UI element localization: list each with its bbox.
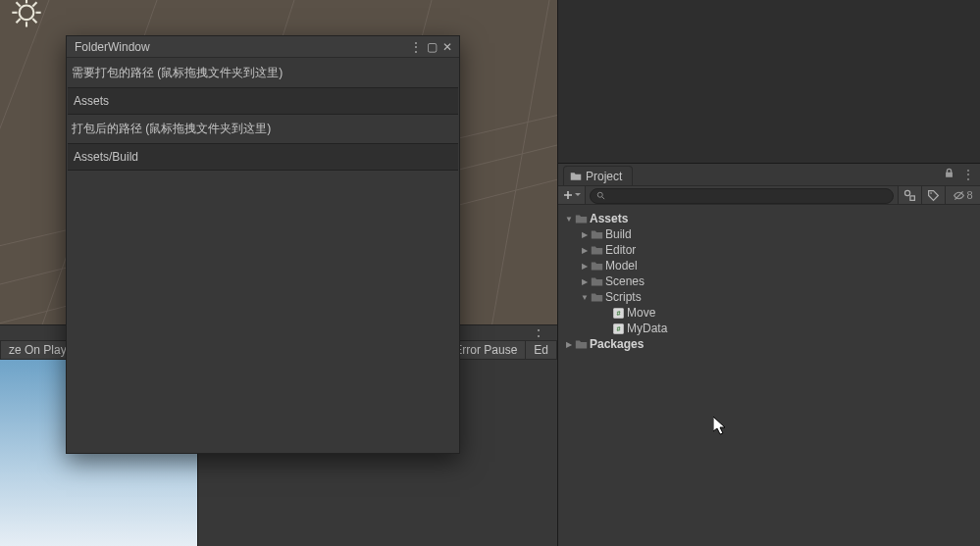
project-search[interactable] [590,188,894,204]
svg-line-7 [490,0,549,324]
tree-folder-packages[interactable]: ▶ Packages [558,336,980,352]
window-menu-icon[interactable]: ⋮ [408,40,424,54]
chevron-right-icon[interactable]: ▶ [580,277,590,286]
search-by-label-button[interactable] [921,186,945,204]
output-path-label: 打包后的路径 (鼠标拖拽文件夹到这里) [68,115,458,143]
console-editor-button[interactable]: Ed [526,340,557,360]
tree-label: MyData [627,322,667,335]
csharp-script-icon: # [611,307,625,320]
tree-label: Model [605,259,638,273]
tree-label: Editor [605,243,636,257]
chevron-down-icon[interactable]: ▼ [564,215,574,223]
tree-script-mydata[interactable]: # MyData [558,321,980,336]
folder-icon [574,213,588,225]
hidden-count[interactable]: 8 [945,186,980,204]
svg-point-17 [597,192,602,197]
chevron-right-icon[interactable]: ▶ [580,262,590,271]
svg-line-18 [602,197,605,200]
tree-label: Scenes [605,274,645,288]
search-icon [596,191,606,201]
folder-icon [590,260,603,273]
tree-label: Packages [590,337,644,351]
svg-point-19 [904,190,909,195]
filter-label-icon [927,189,940,202]
hidden-icon [953,189,965,202]
svg-text:#: # [616,308,620,317]
svg-line-13 [17,2,21,6]
project-search-input[interactable] [610,190,887,202]
svg-point-21 [930,192,932,194]
plus-icon [563,190,573,200]
tree-script-move[interactable]: # Move [558,305,980,321]
inspector-empty [557,0,980,163]
filter-type-icon [903,189,916,202]
tree-label: Move [627,306,655,320]
svg-rect-20 [910,195,914,199]
tree-folder-model[interactable]: ▶ Model [558,258,980,273]
project-create-button[interactable] [558,186,586,204]
tree-folder-assets[interactable]: ▼ Assets [558,211,980,226]
window-close-icon[interactable]: ✕ [439,40,455,54]
project-tab[interactable]: Project [563,166,633,186]
svg-line-16 [17,19,21,23]
folder-window[interactable]: FolderWindow ⋮ ▢ ✕ 需要打包的路径 (鼠标拖拽文件夹到这里) … [66,35,460,454]
project-panel: Project ⋮ 8 [557,163,980,546]
chevron-right-icon[interactable]: ▶ [580,246,590,255]
output-path-field[interactable]: Assets/Build [68,143,458,171]
csharp-script-icon: # [611,323,625,335]
project-lock-icon[interactable] [944,168,954,181]
folder-window-titlebar[interactable]: FolderWindow ⋮ ▢ ✕ [67,36,459,58]
folder-window-title: FolderWindow [75,40,408,54]
project-menu-icon[interactable]: ⋮ [962,168,974,181]
hidden-count-value: 8 [966,189,972,201]
tree-folder-scenes[interactable]: ▶ Scenes [558,273,980,289]
project-toolbar: 8 [558,185,980,205]
tree-folder-editor[interactable]: ▶ Editor [558,242,980,258]
chevron-right-icon[interactable]: ▶ [564,340,574,349]
folder-icon [590,228,603,241]
svg-point-8 [20,5,34,20]
source-path-field[interactable]: Assets [68,87,458,115]
folder-icon [590,275,603,288]
console-maximize-button[interactable]: ze On Play [0,340,76,360]
folder-icon [590,244,603,257]
folder-icon [570,171,582,182]
tree-folder-scripts[interactable]: ▼ Scripts [558,289,980,305]
window-maximize-icon[interactable]: ▢ [424,40,439,54]
search-by-type-button[interactable] [898,186,921,204]
chevron-right-icon[interactable]: ▶ [580,230,590,239]
svg-text:#: # [616,323,620,332]
folder-icon [590,291,603,304]
svg-line-14 [32,19,36,23]
svg-line-15 [32,2,36,6]
tree-label: Assets [590,212,628,225]
tree-label: Scripts [605,290,642,304]
project-tab-label: Project [586,170,622,183]
tree-folder-build[interactable]: ▶ Build [558,226,980,242]
project-tree[interactable]: ▼ Assets ▶ Build ▶ Editor ▶ Model ▶ Scen… [558,205,980,546]
sun-light-icon [6,0,47,37]
chevron-down-icon[interactable]: ▼ [580,293,590,302]
svg-line-3 [0,0,49,324]
chevron-down-icon [575,192,581,198]
tree-label: Build [605,227,632,241]
source-path-label: 需要打包的路径 (鼠标拖拽文件夹到这里) [68,59,458,87]
folder-icon [574,338,588,351]
